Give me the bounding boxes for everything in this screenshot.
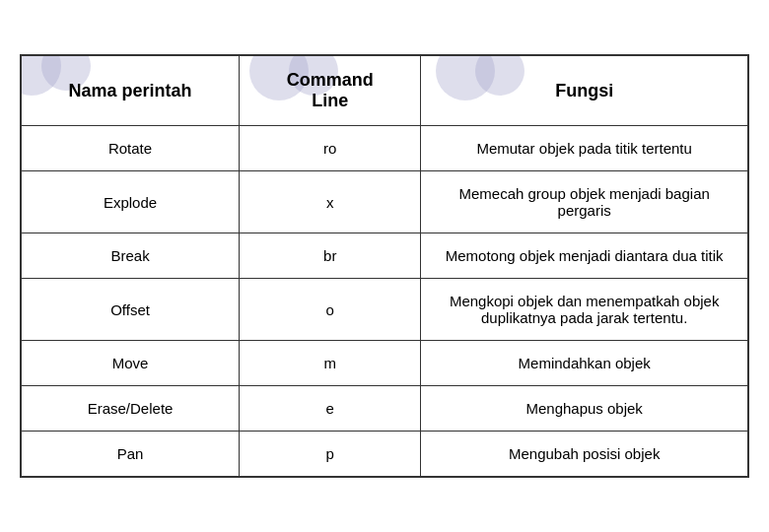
cell-nama: Offset <box>22 279 240 341</box>
cell-command: m <box>240 341 421 386</box>
cell-fungsi: Memindahkan objek <box>421 341 748 386</box>
cell-fungsi: Mengubah posisi objek <box>421 432 748 477</box>
table-row: OffsetoMengkopi objek dan menempatkah ob… <box>22 279 748 341</box>
header-command-text: CommandLine <box>287 70 374 110</box>
cell-fungsi: Memecah group objek menjadi bagian perga… <box>421 171 748 233</box>
cell-command: o <box>240 279 421 341</box>
cell-nama: Pan <box>22 432 240 477</box>
cell-command: br <box>240 233 421 279</box>
main-table-wrapper: Nama perintah CommandLine Fungsi Rotater… <box>20 54 749 478</box>
cell-fungsi: Memutar objek pada titik tertentu <box>421 126 748 171</box>
header-nama-text: Nama perintah <box>69 81 192 100</box>
cell-command: p <box>240 432 421 477</box>
table-row: MovemMemindahkan objek <box>22 341 748 386</box>
cell-fungsi: Memotong objek menjadi diantara dua titi… <box>421 233 748 279</box>
cell-fungsi: Mengkopi objek dan menempatkah objek dup… <box>421 279 748 341</box>
cell-nama: Move <box>22 341 240 386</box>
cell-command: x <box>240 171 421 233</box>
header-command: CommandLine <box>240 56 421 126</box>
cell-fungsi: Menghapus objek <box>421 386 748 432</box>
header-fungsi: Fungsi <box>421 56 748 126</box>
cell-nama: Break <box>22 233 240 279</box>
cell-command: e <box>240 386 421 432</box>
table-row: Erase/DeleteeMenghapus objek <box>22 386 748 432</box>
cell-nama: Rotate <box>22 126 240 171</box>
table-row: RotateroMemutar objek pada titik tertent… <box>22 126 748 171</box>
table-row: ExplodexMemecah group objek menjadi bagi… <box>22 171 748 233</box>
table-row: BreakbrMemotong objek menjadi diantara d… <box>22 233 748 279</box>
table-row: PanpMengubah posisi objek <box>22 432 748 477</box>
header-fungsi-text: Fungsi <box>555 81 613 100</box>
cell-nama: Explode <box>22 171 240 233</box>
header-nama: Nama perintah <box>22 56 240 126</box>
cell-nama: Erase/Delete <box>22 386 240 432</box>
cell-command: ro <box>240 126 421 171</box>
